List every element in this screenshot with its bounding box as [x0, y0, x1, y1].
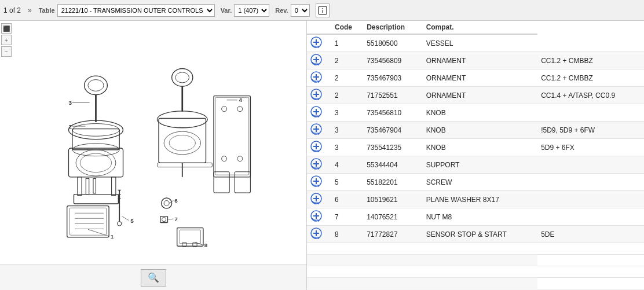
svg-point-104 — [318, 150, 319, 152]
svg-rect-33 — [158, 163, 212, 167]
svg-point-28 — [237, 106, 242, 111]
qty-cell: 1 — [331, 34, 363, 52]
svg-rect-35 — [67, 205, 108, 237]
main-content: ⬛ + − — [0, 21, 644, 290]
search-button[interactable]: 🔍 — [141, 269, 166, 287]
code-cell: 735541235 — [363, 139, 422, 156]
description-cell: SCREW — [423, 174, 538, 191]
code-cell: 735467904 — [363, 122, 422, 139]
description-cell: ORNAMENT — [423, 69, 538, 87]
add-to-cart-btn[interactable] — [310, 89, 322, 100]
table-row: 871772827SENSOR STOP & START5DE — [307, 226, 644, 243]
code-cell: 14076521 — [363, 208, 422, 226]
compat-cell: 5D9 + 6FX — [537, 139, 644, 156]
description-cell: KNOB — [423, 104, 538, 122]
add-btn-cell[interactable] — [307, 104, 331, 122]
part-screw-5 — [117, 190, 121, 226]
svg-point-18 — [171, 68, 192, 86]
toolbar: 1 of 2 » Table 21221/10 - TRANSMISSION O… — [0, 0, 644, 21]
table-header-row: Code Description Compat. — [307, 21, 644, 34]
compat-cell: !5D9, 5D9 + 6FW — [537, 122, 644, 139]
info-icon-button[interactable] — [316, 3, 330, 17]
table-row: 155180500VESSEL — [307, 34, 644, 52]
qty-cell: 2 — [331, 87, 363, 104]
table-row: 2735456809ORNAMENTCC1.2 + CMBBZ — [307, 52, 644, 69]
add-btn-cell[interactable] — [307, 226, 331, 243]
svg-text:5: 5 — [130, 217, 134, 223]
qty-cell: 5 — [331, 174, 363, 191]
qty-cell: 8 — [331, 226, 363, 243]
qty-cell: 4 — [331, 156, 363, 174]
table-panel[interactable]: Code Description Compat. 155180500VESSEL — [307, 21, 644, 290]
svg-point-99 — [318, 133, 319, 134]
zoom-in-btn[interactable]: + — [1, 35, 12, 45]
svg-point-27 — [221, 106, 226, 111]
add-btn-cell[interactable] — [307, 139, 331, 156]
add-to-cart-btn[interactable] — [310, 193, 322, 204]
svg-point-113 — [314, 185, 316, 186]
diagram-search-bar: 🔍 — [0, 265, 306, 290]
add-btn-cell[interactable] — [307, 208, 331, 226]
svg-point-79 — [318, 64, 319, 65]
add-to-cart-btn[interactable] — [310, 36, 322, 48]
code-cell: 55180500 — [363, 34, 422, 52]
table-row: 2735467903ORNAMENTCC1.2 + CMBBZ — [307, 69, 644, 87]
svg-point-11 — [76, 149, 116, 175]
qty-cell: 3 — [331, 122, 363, 139]
svg-rect-22 — [159, 118, 206, 163]
add-to-cart-btn[interactable] — [310, 71, 322, 83]
table-select[interactable]: 21221/10 - TRANSMISSION OUTER CONTROLS — [57, 4, 215, 17]
add-to-cart-btn[interactable] — [310, 106, 322, 118]
svg-rect-15 — [93, 178, 96, 193]
add-btn-cell[interactable] — [307, 34, 331, 52]
info-icon — [317, 5, 328, 16]
description-cell: KNOB — [423, 122, 538, 139]
table-row: 714076521NUT M8 — [307, 208, 644, 226]
col-header-action — [307, 21, 331, 34]
part-washer-6 — [161, 198, 171, 208]
add-to-cart-btn[interactable] — [310, 175, 322, 187]
table-row: 610519621PLANE WASHER 8X17 — [307, 191, 644, 208]
svg-point-88 — [314, 98, 316, 100]
svg-point-29 — [221, 156, 226, 161]
zoom-reset-btn[interactable]: ⬛ — [1, 23, 12, 34]
add-to-cart-btn[interactable] — [310, 158, 322, 170]
svg-rect-17 — [74, 194, 118, 203]
col-header-description: Description — [363, 21, 422, 34]
qty-cell: 3 — [331, 104, 363, 122]
table-row: 3735467904KNOB!5D9, 5D9 + 6FW — [307, 122, 644, 139]
description-cell: NUT M8 — [423, 208, 538, 226]
col-header-code: Code — [331, 21, 363, 34]
svg-point-98 — [314, 133, 316, 134]
add-btn-cell[interactable] — [307, 174, 331, 191]
svg-point-118 — [314, 203, 316, 204]
description-cell: SENSOR STOP & START — [423, 226, 538, 243]
add-to-cart-btn[interactable] — [310, 227, 322, 239]
add-btn-cell[interactable] — [307, 69, 331, 87]
qty-cell: 7 — [331, 208, 363, 226]
add-btn-cell[interactable] — [307, 156, 331, 174]
part-support-right — [157, 68, 250, 192]
rev-select[interactable]: 0 — [291, 4, 310, 17]
var-select[interactable]: 1 (407) — [234, 4, 269, 17]
code-cell: 55182201 — [363, 174, 422, 191]
zoom-out-btn[interactable]: − — [1, 46, 12, 57]
qty-cell: 2 — [331, 52, 363, 69]
add-btn-cell[interactable] — [307, 122, 331, 139]
svg-rect-10 — [68, 148, 123, 177]
add-to-cart-btn[interactable] — [310, 210, 322, 222]
add-btn-cell[interactable] — [307, 191, 331, 208]
description-cell: PLANE WASHER 8X17 — [423, 191, 538, 208]
parts-diagram: 3 2 4 1 5 6 7 — [14, 33, 292, 253]
add-to-cart-btn[interactable] — [310, 123, 322, 135]
empty-table-row — [307, 266, 644, 278]
svg-rect-26 — [215, 97, 248, 175]
svg-point-114 — [318, 185, 319, 186]
add-btn-cell[interactable] — [307, 52, 331, 69]
svg-point-89 — [318, 98, 319, 100]
add-to-cart-btn[interactable] — [310, 141, 322, 152]
compat-cell — [537, 208, 644, 226]
add-btn-cell[interactable] — [307, 87, 331, 104]
description-cell: SUPPORT — [423, 156, 538, 174]
add-to-cart-btn[interactable] — [310, 54, 322, 65]
